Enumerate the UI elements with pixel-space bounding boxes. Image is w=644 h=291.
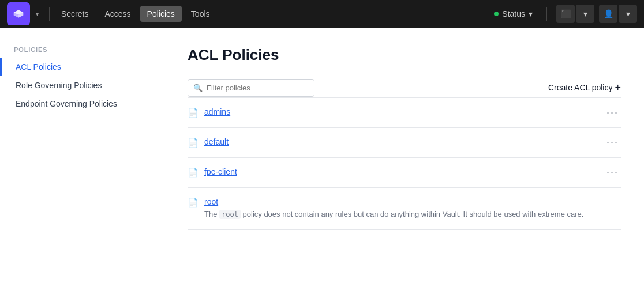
nav-secrets[interactable]: Secrets xyxy=(54,6,95,22)
policy-name-fpe-client[interactable]: fpe-client xyxy=(204,167,237,176)
sidebar-endpoint-label: Endpoint Governing Policies xyxy=(16,99,117,108)
sidebar-item-endpoint-governing[interactable]: Endpoint Governing Policies xyxy=(0,95,164,113)
table-row: 📄 admins ··· xyxy=(188,98,621,128)
terminal-dropdown[interactable]: ▾ xyxy=(576,5,594,23)
user-group: 👤 ▾ xyxy=(599,5,637,23)
policy-file-icon: 📄 xyxy=(188,168,199,178)
policy-desc-suffix: policy does not contain any rules but ca… xyxy=(241,210,584,218)
nav-divider-1 xyxy=(49,7,50,21)
nav-access[interactable]: Access xyxy=(98,6,137,22)
policy-desc-code: root xyxy=(219,210,241,219)
status-button[interactable]: Status ▾ xyxy=(489,7,537,21)
sidebar: POLICIES ACL Policies Role Governing Pol… xyxy=(0,28,164,291)
nav-tools[interactable]: Tools xyxy=(184,6,217,22)
user-dropdown[interactable]: ▾ xyxy=(619,5,637,23)
status-dot xyxy=(494,12,499,16)
terminal-button[interactable]: ⬛ xyxy=(556,5,575,23)
policy-list: 📄 admins ··· 📄 default ··· 📄 fpe-client xyxy=(188,98,621,230)
policy-desc-prefix: The xyxy=(204,210,219,218)
nav-right: Status ▾ ⬛ ▾ 👤 ▾ xyxy=(489,5,637,23)
sidebar-acl-label: ACL Policies xyxy=(16,62,61,71)
policy-name-root[interactable]: root xyxy=(204,197,218,206)
toolbar: 🔍 Create ACL policy + xyxy=(188,78,621,98)
nav-links: Secrets Access Policies Tools xyxy=(54,6,489,22)
policy-menu-admins[interactable]: ··· xyxy=(604,107,621,118)
logo-dropdown[interactable]: ▾ xyxy=(30,11,44,17)
user-button[interactable]: 👤 xyxy=(599,5,617,23)
filter-wrap: 🔍 xyxy=(188,79,314,97)
policy-file-icon: 📄 xyxy=(188,198,199,208)
logo-button[interactable] xyxy=(7,2,30,25)
top-nav: ▾ Secrets Access Policies Tools Status ▾… xyxy=(0,0,644,28)
status-dropdown-arrow: ▾ xyxy=(529,9,533,18)
layout: POLICIES ACL Policies Role Governing Pol… xyxy=(0,28,644,291)
policy-menu-fpe-client[interactable]: ··· xyxy=(604,167,621,177)
terminal-group: ⬛ ▾ xyxy=(556,5,594,23)
policy-info: default xyxy=(204,137,604,146)
nav-policies[interactable]: Policies xyxy=(140,6,182,22)
policy-info: admins xyxy=(204,107,604,116)
policy-info: fpe-client xyxy=(204,167,604,176)
policy-name-default[interactable]: default xyxy=(204,137,229,146)
sidebar-item-role-governing[interactable]: Role Governing Policies xyxy=(0,76,164,95)
search-icon: 🔍 xyxy=(193,84,203,92)
policy-desc-root: The root policy does not contain any rul… xyxy=(204,209,621,220)
create-plus-icon: + xyxy=(615,82,621,93)
create-acl-label: Create ACL policy xyxy=(548,83,613,92)
table-row: 📄 fpe-client ··· xyxy=(188,158,621,188)
policy-info: root The root policy does not contain an… xyxy=(204,197,621,220)
filter-input[interactable] xyxy=(188,79,314,97)
policy-file-icon: 📄 xyxy=(188,138,199,148)
nav-divider-2 xyxy=(546,7,547,21)
create-acl-button[interactable]: Create ACL policy + xyxy=(544,78,621,97)
sidebar-section-label: POLICIES xyxy=(0,46,164,58)
status-label: Status xyxy=(502,9,525,18)
main-content: ACL Policies 🔍 Create ACL policy + 📄 adm… xyxy=(164,28,644,291)
sidebar-item-acl-policies[interactable]: ACL Policies xyxy=(0,58,164,76)
page-title: ACL Policies xyxy=(188,46,621,64)
policy-name-admins[interactable]: admins xyxy=(204,107,230,116)
policy-menu-default[interactable]: ··· xyxy=(604,137,621,148)
table-row: 📄 default ··· xyxy=(188,128,621,158)
sidebar-role-label: Role Governing Policies xyxy=(16,81,102,90)
policy-file-icon: 📄 xyxy=(188,108,199,118)
table-row: 📄 root The root policy does not contain … xyxy=(188,188,621,230)
